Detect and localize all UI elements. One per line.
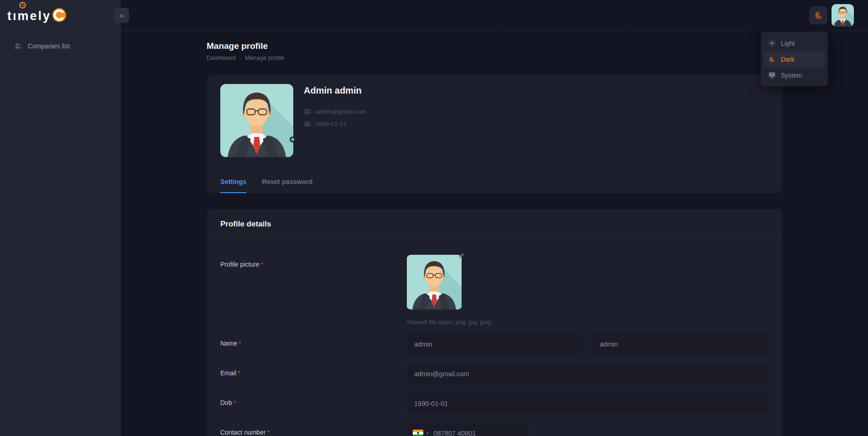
monitor-icon: [768, 71, 776, 79]
sidebar-header: tımely: [0, 0, 121, 31]
online-status-dot: [290, 137, 296, 142]
profile-avatar-image: [220, 84, 293, 157]
profile-email-row: admin@gmail.com: [304, 108, 366, 115]
field-email: Email*: [220, 363, 769, 384]
sidebar: tımely Companies list: [0, 0, 121, 436]
page-header: Manage profile Dashboard - Manage profil…: [207, 41, 782, 61]
theme-option-light[interactable]: Light: [764, 35, 825, 51]
name-label: Name*: [220, 334, 406, 354]
profile-name: Admin admin: [304, 85, 366, 96]
profile-details-form: Profile picture* Allowed file types: png…: [207, 240, 782, 436]
user-avatar[interactable]: [832, 4, 854, 26]
email-input[interactable]: [406, 363, 769, 384]
sidebar-item-label: Companies list: [28, 42, 70, 50]
field-dob: Dob*: [220, 393, 769, 414]
email-label: Email*: [220, 363, 406, 384]
profile-tabs: Settings Reset password: [220, 178, 312, 193]
brand-logo[interactable]: tımely: [7, 8, 66, 22]
caret-down-icon: ▾: [426, 431, 429, 436]
required-marker: *: [239, 340, 241, 347]
india-flag-icon[interactable]: [413, 430, 423, 436]
edit-picture-button[interactable]: [456, 251, 466, 261]
profile-info: Admin admin admin@gmail.com 1990-01-01: [304, 85, 366, 127]
profile-summary-card: Admin admin admin@gmail.com 1990-01-01: [207, 75, 782, 193]
moon-icon: [768, 55, 776, 63]
profile-details-title: Profile details: [220, 220, 271, 229]
first-name-input[interactable]: [406, 334, 583, 354]
main-area: Manage profile Dashboard - Manage profil…: [121, 0, 868, 436]
sidebar-item-companies-list[interactable]: Companies list: [0, 37, 121, 55]
users-icon: [14, 42, 22, 50]
required-marker: *: [267, 429, 270, 436]
clock-icon: [19, 2, 26, 9]
profile-details-card: Profile details Profile picture*: [207, 209, 782, 436]
profile-email: admin@gmail.com: [315, 108, 366, 115]
tab-reset-password[interactable]: Reset password: [262, 178, 312, 193]
avatar-image: [832, 4, 854, 26]
dob-label: Dob*: [220, 393, 406, 414]
breadcrumb-item-current: Manage profile: [245, 54, 284, 61]
breadcrumb: Dashboard - Manage profile: [207, 54, 782, 61]
sun-icon: [768, 39, 776, 47]
profile-picture-label: Profile picture*: [220, 255, 406, 326]
contact-number-label: Contact number*: [220, 423, 406, 436]
brand-name: tımely: [7, 10, 51, 22]
theme-option-label: Dark: [781, 56, 795, 63]
profile-dob: 1990-01-01: [315, 121, 347, 127]
theme-option-dark[interactable]: Dark: [764, 51, 825, 67]
breadcrumb-separator: -: [239, 54, 241, 61]
pencil-icon: [458, 252, 465, 259]
brand-mark-icon: [52, 8, 66, 22]
breadcrumb-item-dashboard[interactable]: Dashboard: [207, 54, 236, 61]
dob-input[interactable]: [406, 393, 769, 414]
chevron-double-left-icon: «: [120, 11, 124, 20]
contact-number-value: 087807 40801: [434, 430, 476, 436]
last-name-input[interactable]: [592, 334, 769, 354]
contact-number-input[interactable]: ▾ 087807 40801: [406, 423, 529, 436]
profile-picture-preview: [406, 255, 462, 310]
profile-dob-row: 1990-01-01: [304, 120, 366, 127]
theme-menu: Light Dark System: [761, 32, 828, 86]
required-marker: *: [261, 261, 263, 268]
page-title: Manage profile: [207, 41, 782, 51]
topbar: [121, 0, 868, 31]
tab-settings[interactable]: Settings: [220, 178, 246, 193]
moon-icon: [814, 11, 823, 20]
mail-icon: [304, 108, 311, 115]
profile-avatar: [220, 84, 293, 157]
required-marker: *: [234, 399, 236, 406]
sidebar-collapse-button[interactable]: «: [114, 8, 129, 23]
profile-details-header: Profile details: [207, 209, 782, 240]
sidebar-menu: Companies list: [0, 31, 121, 55]
field-contact-number: Contact number* ▾ 087807 40801: [220, 423, 769, 436]
field-profile-picture: Profile picture* Allowed file types: png…: [220, 255, 769, 326]
calendar-icon: [304, 120, 311, 127]
required-marker: *: [238, 369, 240, 377]
allowed-file-types-hint: Allowed file types: png, jpg, jpeg.: [406, 319, 769, 326]
field-name: Name*: [220, 334, 769, 354]
theme-option-system[interactable]: System: [764, 67, 825, 83]
theme-option-label: System: [781, 72, 802, 79]
profile-picture-image: [406, 255, 462, 310]
page-content: Manage profile Dashboard - Manage profil…: [207, 41, 782, 436]
theme-option-label: Light: [781, 40, 795, 47]
theme-toggle-button[interactable]: [809, 6, 827, 25]
